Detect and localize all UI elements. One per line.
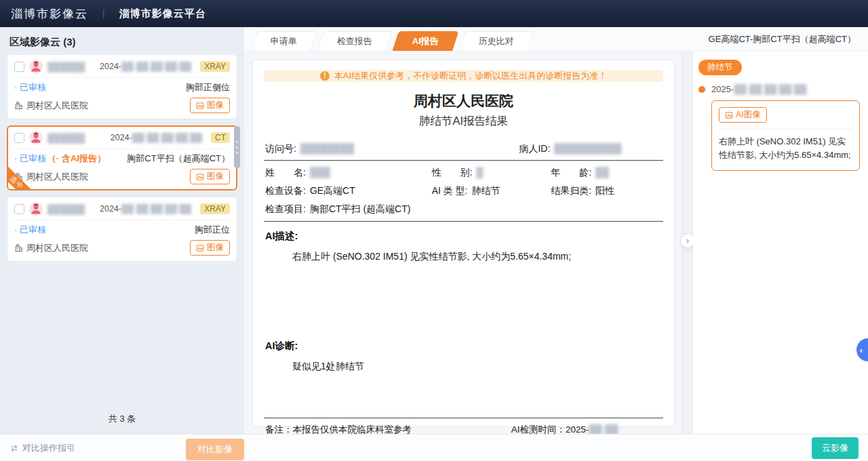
ai-findings-panel: 肺结节 2025-██-██ ██:██:██ AI图像 右肺上叶 (SeNO.…: [693, 52, 868, 434]
patient-name: ██████: [47, 62, 85, 72]
study-card-list: ██████ 2024-██-██ ██:██:██ XRAY · 已审核 胸部…: [0, 54, 244, 262]
hospital-name: 周村区人民医院: [26, 171, 88, 183]
name-label: 姓 名:: [265, 167, 306, 178]
age-value: ██: [595, 167, 609, 178]
study-status-row: · 已审核 胸部正位: [14, 220, 230, 238]
image-icon: [196, 244, 204, 252]
ai-description-text: 右肺上叶 (SeNO.302 IM51) 见实性结节影, 大小约为5.65×4.…: [292, 251, 662, 263]
modality-badge: CT: [211, 132, 230, 143]
total-count: 共 3 条: [0, 413, 244, 425]
chevron-right-icon: ›: [686, 235, 689, 245]
study-status-row: · 已审核 （· 含AI报告） 胸部CT平扫（超高端CT）: [14, 149, 230, 167]
ai-image-button[interactable]: AI图像: [719, 107, 767, 123]
patient-avatar-icon: [29, 202, 43, 216]
study-hospital-row: 周村区人民医院 图像: [14, 167, 230, 184]
study-date: 2024-██-██ ██:██:██: [111, 133, 202, 142]
tab-application-form[interactable]: 申请单: [250, 31, 317, 51]
open-image-button[interactable]: 图像: [190, 240, 230, 256]
image-icon: [196, 173, 204, 181]
study-card[interactable]: ██████ 2024-██-██ ██:██:██ XRAY · 已审核 胸部…: [7, 197, 237, 262]
device-value: GE高端CT: [310, 185, 355, 196]
ai-diagnosis-label: AI诊断:: [265, 340, 662, 353]
name-value: ███: [310, 167, 330, 178]
patient-name: ██████: [47, 133, 85, 143]
study-checkbox[interactable]: [14, 62, 24, 72]
tab-history-compare[interactable]: 历史比对: [458, 31, 534, 51]
ai-description-section: AI描述: 右肺上叶 (SeNO.302 IM51) 见实性结节影, 大小约为5…: [264, 230, 663, 332]
patient-name: ██████: [47, 204, 85, 214]
image-icon: [196, 102, 204, 110]
main-area: 申请单 检查报告 AI报告 历史比对 GE高端CT-胸部CT平扫（超高端CT） …: [244, 27, 868, 434]
study-hospital-row: 周村区人民医院 图像: [14, 96, 230, 113]
open-image-button[interactable]: 图像: [190, 98, 230, 113]
brand-separator: ｜: [99, 7, 108, 20]
device-label: 检查设备:: [265, 185, 306, 196]
current-exam-title: GE高端CT-胸部CT平扫（超高端CT）: [709, 33, 868, 45]
cloud-image-button[interactable]: 云影像: [812, 437, 859, 459]
image-icon: [725, 111, 733, 119]
study-hospital-row: 周村区人民医院 图像: [14, 238, 230, 256]
top-bar: 淄博市影像云 ｜ 淄博市影像云平台: [0, 0, 868, 27]
study-date: 2024-██-██ ██:██:██: [100, 62, 191, 71]
tab-exam-report[interactable]: 检查报告: [317, 31, 392, 51]
ai-diagnosis-text: 疑似见1处肺结节: [292, 361, 662, 373]
info-grid: 姓 名:███ 性 别:█ 年 龄:██ 检查设备:GE高端CT AI 类 型:…: [264, 161, 663, 221]
study-checkbox[interactable]: [14, 133, 24, 143]
patient-info-table: 访问号:████████ 病人ID:██████████ 姓 名:███ 性 别…: [264, 140, 663, 222]
sex-value: █: [477, 167, 484, 178]
study-card[interactable]: ██████ 2024-██-██ ██:██:██ XRAY · 已审核 胸部…: [7, 54, 237, 119]
ai-type-value: 肺结节: [472, 185, 500, 196]
study-card-selected[interactable]: ██████ 2024-██-██ ██:██:██ CT · 已审核 （· 含…: [7, 125, 237, 191]
result-class-label: 结果归类:: [551, 185, 591, 196]
report-subtitle: 肺结节AI报告结果: [264, 114, 663, 129]
ai-report-document: ! 本AI结果仅供参考，不作诊断证明，诊断以医生出具的诊断报告为准！ 周村区人民…: [252, 60, 675, 427]
panel-divider-strip: ›: [682, 52, 693, 434]
study-checkbox[interactable]: [14, 204, 24, 214]
exam-name: 胸部正侧位: [186, 81, 230, 94]
platform-title: 淄博市影像云平台: [119, 7, 206, 20]
exam-name: 胸部CT平扫（超高端CT）: [127, 153, 230, 165]
exam-item-label: 检查项目:: [265, 203, 306, 214]
ai-diagnosis-section: AI诊断: 疑似见1处肺结节: [264, 340, 663, 418]
timeline-dot: [698, 86, 705, 93]
compare-images-button[interactable]: 对比影像: [186, 439, 244, 460]
main-body: ! 本AI结果仅供参考，不作诊断证明，诊断以医生出具的诊断报告为准！ 周村区人民…: [244, 52, 868, 434]
report-viewport: ! 本AI结果仅供参考，不作诊断证明，诊断以医生出具的诊断报告为准！ 周村区人民…: [244, 52, 682, 434]
panel-title: 区域影像云 (3): [0, 27, 244, 54]
patient-id-value: ██████████: [554, 143, 621, 154]
hospital-icon: [14, 101, 23, 110]
compare-guide-link[interactable]: 对比操作指引: [9, 442, 75, 454]
app-root: 淄博市影像云 ｜ 淄博市影像云平台 区域影像云 (3) ██████ 2024-…: [0, 0, 868, 461]
panel-resize-handle[interactable]: [234, 126, 240, 168]
study-card-header: ██████ 2024-██-██ ██:██:██ XRAY: [14, 202, 230, 220]
patient-avatar-icon: [29, 131, 43, 144]
ai-time-label: AI检测时间：: [511, 424, 566, 435]
status-reviewed: · 已审核: [14, 153, 46, 165]
finding-timeline-entry: 2025-██-██ ██:██:██: [698, 84, 860, 94]
status-reviewed: · 已审核: [14, 81, 46, 94]
exam-item-value: 胸部CT平扫 (超高端CT): [310, 203, 411, 214]
tab-ai-report[interactable]: AI报告: [392, 31, 458, 51]
result-class-value: 阳性: [595, 185, 614, 196]
ai-type-label: AI 类 型:: [432, 185, 468, 196]
hospital-name: 周村区人民医院: [26, 100, 88, 112]
patient-id-label: 病人ID:: [519, 143, 550, 154]
age-label: 年 龄:: [551, 167, 591, 178]
guide-arrows-icon: [9, 443, 19, 453]
study-card-header: ██████ 2024-██-██ ██:██:██ CT: [14, 131, 230, 149]
ai-report-flag: （· 含AI报告）: [47, 153, 106, 165]
chevron-left-icon: ‹: [860, 345, 863, 355]
visit-no-value: ████████: [300, 143, 354, 154]
patient-avatar-icon: [29, 60, 43, 73]
open-image-button[interactable]: 图像: [190, 169, 230, 184]
modality-badge: XRAY: [200, 203, 230, 214]
study-date: 2024-██-██ ██:██:██: [100, 204, 191, 214]
exam-name: 胸部正位: [195, 224, 230, 236]
study-status-row: · 已审核 胸部正侧位: [14, 78, 230, 96]
modality-badge: XRAY: [200, 61, 230, 72]
nodule-tag: 肺结节: [698, 60, 742, 75]
report-hospital-title: 周村区人民医院: [264, 92, 663, 111]
ai-description-label: AI描述:: [265, 230, 662, 243]
finding-text: 右肺上叶 (SeNO.302 IM51) 见实性结节影, 大小约为5.65×4.…: [719, 135, 852, 162]
visit-no-label: 访问号:: [265, 143, 296, 154]
